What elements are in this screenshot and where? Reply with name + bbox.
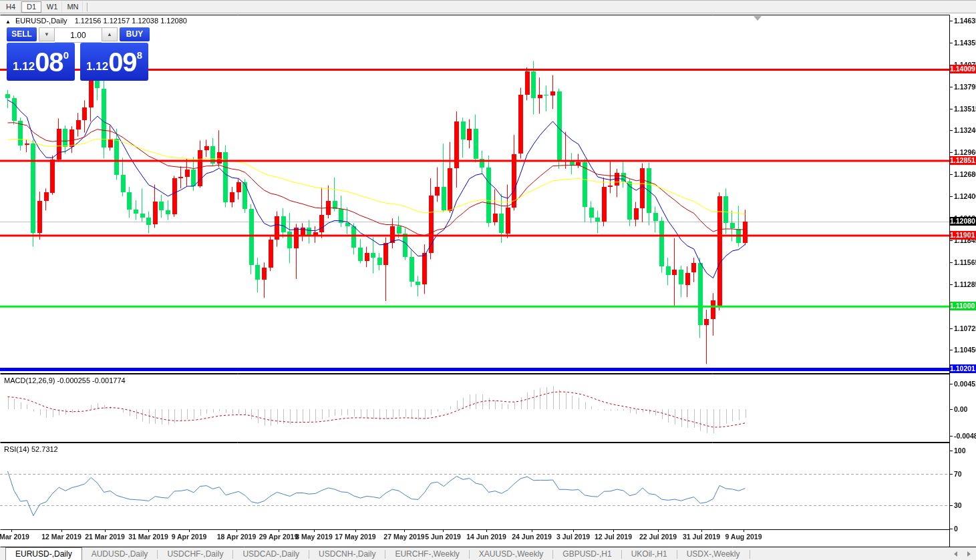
rsi-axis-label: 30 xyxy=(954,501,962,509)
tab-usdx-weekly[interactable]: USDX-,Weekly xyxy=(677,547,750,560)
price-axis-label: 1.13795 xyxy=(954,83,976,91)
macd-axis-label: 0.004517 xyxy=(954,380,976,388)
chart-symbol-label: EURUSD-,Daily xyxy=(15,17,67,25)
price-axis-label: 1.11565 xyxy=(954,258,976,266)
date-axis-label: 18 Apr 2019 xyxy=(217,533,257,541)
date-axis-label: 22 Jul 2019 xyxy=(639,533,677,541)
one-click-trade-panel: SELL ▼ ▲ BUY 1.12 08 0 1.12 09 8 xyxy=(7,27,150,81)
rsi-axis-label: 100 xyxy=(954,447,966,455)
rsi-indicator-label: RSI(14) 52.7312 xyxy=(4,445,58,453)
sell-price-big: 08 xyxy=(35,49,63,75)
symbol-tab-bar: EURUSD-,DailyAUDUSD-,DailyUSDCHF-,DailyU… xyxy=(0,547,976,560)
macd-axis-label: -0.004806 xyxy=(954,432,976,440)
level-price-label: 1.12851 xyxy=(950,156,976,165)
macd-indicator-label: MACD(12,26,9) -0.000255 -0.001774 xyxy=(4,376,126,384)
tab-xauusd-weekly[interactable]: XAUUSD-,Weekly xyxy=(470,547,552,560)
date-axis-label: 12 Jul 2019 xyxy=(595,533,632,541)
tab-separator xyxy=(750,550,750,559)
current-price-label: 1.12080 xyxy=(950,217,976,226)
tab-scroll-right-icon[interactable] xyxy=(967,551,971,557)
rsi-axis-label: 70 xyxy=(954,470,962,478)
date-axis-label: 29 Apr 2019 xyxy=(259,533,299,541)
volume-increase-button[interactable]: ▲ xyxy=(102,27,118,41)
timeframe-button-d1[interactable]: D1 xyxy=(21,1,41,13)
tab-gbpusd-h1[interactable]: GBPUSD-,H1 xyxy=(553,547,621,560)
level-price-label: 1.11901 xyxy=(950,231,976,240)
date-axis-label: 9 Apr 2019 xyxy=(172,533,207,541)
timeframe-button-mn[interactable]: MN xyxy=(63,1,83,13)
tab-usdcnh-daily[interactable]: USDCNH-,Daily xyxy=(309,547,385,560)
timeframe-button-h4[interactable]: H4 xyxy=(1,1,21,13)
volume-decrease-button[interactable]: ▼ xyxy=(39,27,55,41)
chart-title: ▲ EURUSD-,Daily 1.12156 1.12157 1.12038 … xyxy=(5,17,187,25)
rsi-axis-label: 0 xyxy=(954,525,958,533)
timeframe-button-w1[interactable]: W1 xyxy=(42,1,62,13)
tab-ukoil-h1[interactable]: UKOil-,H1 xyxy=(622,547,677,560)
date-axis-label: 5 Jun 2019 xyxy=(425,533,461,541)
price-axis-label: 1.14355 xyxy=(954,39,976,47)
level-price-label: 1.14009 xyxy=(950,65,976,73)
level-price-label: 1.11000 xyxy=(950,302,976,310)
sell-price-tile[interactable]: 1.12 08 0 xyxy=(7,43,75,81)
date-axis-label: 24 Jun 2019 xyxy=(512,533,552,541)
tab-audusd-daily[interactable]: AUDUSD-,Daily xyxy=(82,547,158,560)
buy-price-prefix: 1.12 xyxy=(86,60,108,73)
date-axis-label: 3 Jul 2019 xyxy=(556,533,590,541)
date-axis-label: 31 Mar 2019 xyxy=(128,533,168,541)
price-axis-label: 1.10725 xyxy=(954,324,976,332)
date-axis-label: 31 Jul 2019 xyxy=(683,533,720,541)
price-axis-label: 1.10450 xyxy=(954,346,976,354)
level-price-label: 1.10201 xyxy=(950,364,976,373)
price-axis-label: 1.13515 xyxy=(954,105,976,113)
sell-button[interactable]: SELL xyxy=(7,27,37,41)
date-axis-label: 21 Mar 2019 xyxy=(85,533,125,541)
toolbar-separator xyxy=(87,3,88,11)
price-axis-label: 1.11285 xyxy=(954,280,976,288)
trading-terminal-window: H4 D1 W1 MN ▲ EURUSD-,Daily 1.12156 1.12… xyxy=(0,0,976,560)
tab-usdcad-daily[interactable]: USDCAD-,Daily xyxy=(233,547,309,560)
tab-usdchf-daily[interactable]: USDCHF-,Daily xyxy=(158,547,232,560)
buy-price-tile[interactable]: 1.12 09 8 xyxy=(80,43,148,81)
timeframe-toolbar: H4 D1 W1 MN xyxy=(0,1,976,13)
date-axis-label: 17 May 2019 xyxy=(335,533,375,541)
price-axis-label: 1.14635 xyxy=(954,17,976,25)
macd-values: -0.000255 -0.001774 xyxy=(57,376,125,384)
chart-quote-values: 1.12156 1.12157 1.12038 1.12080 xyxy=(75,17,187,25)
date-axis-label: 27 May 2019 xyxy=(383,533,424,541)
sell-price-sup: 0 xyxy=(63,49,69,61)
date-axis-label: 12 Mar 2019 xyxy=(41,533,82,541)
collapse-triangle-icon[interactable]: ▲ xyxy=(5,19,11,25)
buy-button[interactable]: BUY xyxy=(120,27,150,41)
tab-eurusd-daily[interactable]: EURUSD-,Daily xyxy=(5,547,82,560)
macd-axis-label: 0.00 xyxy=(954,405,967,413)
date-axis-label: 14 Jun 2019 xyxy=(466,533,506,541)
date-axis-label: 9 Aug 2019 xyxy=(725,533,762,541)
date-axis-label: 8 May 2019 xyxy=(295,533,332,541)
price-axis-label: 1.13240 xyxy=(954,126,976,134)
price-axis-label: 1.12400 xyxy=(954,192,976,200)
buy-price-sup: 8 xyxy=(137,49,142,61)
rsi-value: 52.7312 xyxy=(31,445,58,453)
volume-input[interactable] xyxy=(55,27,102,43)
date-axis-label: 3 Mar 2019 xyxy=(0,533,29,541)
chart-shift-marker-icon[interactable] xyxy=(754,16,762,21)
price-axis-label: 1.12960 xyxy=(954,148,976,156)
tab-eurchf-weekly[interactable]: EURCHF-,Weekly xyxy=(385,547,468,560)
sell-price-prefix: 1.12 xyxy=(13,60,35,73)
tab-scroll-left-icon[interactable] xyxy=(954,551,957,557)
buy-price-big: 09 xyxy=(108,49,137,75)
price-axis-label: 1.12680 xyxy=(954,170,976,178)
chart-canvas[interactable] xyxy=(0,1,976,560)
